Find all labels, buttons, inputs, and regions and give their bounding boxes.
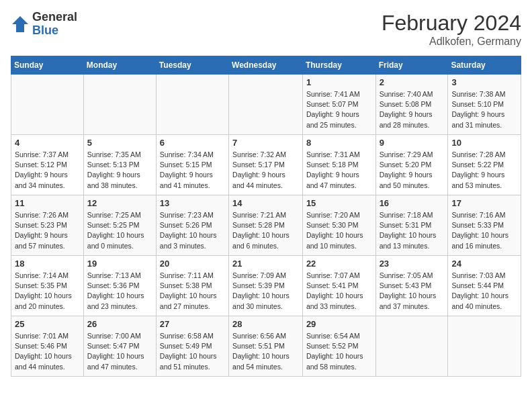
column-header-thursday: Thursday bbox=[302, 56, 375, 75]
day-info: Sunrise: 7:03 AM Sunset: 5:44 PM Dayligh… bbox=[451, 271, 517, 312]
calendar-cell: 24Sunrise: 7:03 AM Sunset: 5:44 PM Dayli… bbox=[448, 256, 521, 316]
calendar-cell: 7Sunrise: 7:32 AM Sunset: 5:17 PM Daylig… bbox=[229, 135, 303, 195]
day-number: 19 bbox=[87, 259, 152, 269]
day-info: Sunrise: 7:26 AM Sunset: 5:23 PM Dayligh… bbox=[15, 210, 80, 251]
calendar-cell bbox=[11, 75, 84, 135]
calendar-week-row: 11Sunrise: 7:26 AM Sunset: 5:23 PM Dayli… bbox=[11, 195, 521, 256]
day-number: 9 bbox=[380, 138, 445, 148]
calendar-week-row: 1Sunrise: 7:41 AM Sunset: 5:07 PM Daylig… bbox=[11, 75, 521, 135]
calendar-cell bbox=[83, 75, 156, 135]
day-number: 27 bbox=[160, 319, 225, 329]
calendar-cell: 15Sunrise: 7:20 AM Sunset: 5:30 PM Dayli… bbox=[302, 195, 375, 256]
day-info: Sunrise: 7:14 AM Sunset: 5:35 PM Dayligh… bbox=[15, 271, 80, 312]
day-info: Sunrise: 7:11 AM Sunset: 5:38 PM Dayligh… bbox=[160, 271, 225, 312]
calendar-week-row: 18Sunrise: 7:14 AM Sunset: 5:35 PM Dayli… bbox=[11, 256, 521, 316]
logo-text: General Blue bbox=[32, 11, 77, 38]
logo-blue-text: Blue bbox=[32, 24, 58, 37]
month-title: February 2024 bbox=[382, 11, 521, 36]
calendar-cell: 20Sunrise: 7:11 AM Sunset: 5:38 PM Dayli… bbox=[156, 256, 228, 316]
day-number: 24 bbox=[451, 259, 517, 269]
calendar-cell bbox=[156, 75, 228, 135]
day-info: Sunrise: 7:28 AM Sunset: 5:22 PM Dayligh… bbox=[451, 150, 517, 191]
day-number: 10 bbox=[451, 138, 517, 148]
calendar-cell: 5Sunrise: 7:35 AM Sunset: 5:13 PM Daylig… bbox=[83, 135, 156, 195]
day-number: 23 bbox=[380, 259, 445, 269]
calendar-cell: 12Sunrise: 7:25 AM Sunset: 5:25 PM Dayli… bbox=[83, 195, 156, 256]
calendar-cell: 3Sunrise: 7:38 AM Sunset: 5:10 PM Daylig… bbox=[448, 75, 521, 135]
location-subtitle: Adlkofen, Germany bbox=[382, 36, 521, 48]
calendar-cell: 10Sunrise: 7:28 AM Sunset: 5:22 PM Dayli… bbox=[448, 135, 521, 195]
calendar-cell: 9Sunrise: 7:29 AM Sunset: 5:20 PM Daylig… bbox=[375, 135, 448, 195]
calendar-cell: 22Sunrise: 7:07 AM Sunset: 5:41 PM Dayli… bbox=[302, 256, 375, 316]
day-number: 20 bbox=[160, 259, 225, 269]
day-number: 22 bbox=[306, 259, 372, 269]
calendar-week-row: 25Sunrise: 7:01 AM Sunset: 5:46 PM Dayli… bbox=[11, 316, 521, 377]
day-number: 8 bbox=[306, 138, 372, 148]
logo-icon bbox=[11, 15, 30, 34]
logo-general-text: General bbox=[32, 10, 77, 24]
day-number: 6 bbox=[160, 138, 225, 148]
day-info: Sunrise: 7:20 AM Sunset: 5:30 PM Dayligh… bbox=[306, 210, 372, 251]
day-info: Sunrise: 7:13 AM Sunset: 5:36 PM Dayligh… bbox=[87, 271, 152, 312]
day-info: Sunrise: 6:54 AM Sunset: 5:52 PM Dayligh… bbox=[306, 331, 372, 372]
day-number: 4 bbox=[15, 138, 80, 148]
calendar-table: SundayMondayTuesdayWednesdayThursdayFrid… bbox=[11, 56, 521, 377]
day-info: Sunrise: 7:40 AM Sunset: 5:08 PM Dayligh… bbox=[380, 89, 445, 130]
day-info: Sunrise: 7:31 AM Sunset: 5:18 PM Dayligh… bbox=[306, 150, 372, 191]
day-info: Sunrise: 7:41 AM Sunset: 5:07 PM Dayligh… bbox=[306, 89, 372, 130]
calendar-cell: 17Sunrise: 7:16 AM Sunset: 5:33 PM Dayli… bbox=[448, 195, 521, 256]
logo: General Blue bbox=[11, 11, 77, 38]
day-number: 12 bbox=[87, 198, 152, 208]
column-header-friday: Friday bbox=[375, 56, 448, 75]
day-info: Sunrise: 7:37 AM Sunset: 5:12 PM Dayligh… bbox=[15, 150, 80, 191]
day-info: Sunrise: 7:38 AM Sunset: 5:10 PM Dayligh… bbox=[451, 89, 517, 130]
day-number: 21 bbox=[232, 259, 299, 269]
calendar-cell: 23Sunrise: 7:05 AM Sunset: 5:43 PM Dayli… bbox=[375, 256, 448, 316]
calendar-cell: 29Sunrise: 6:54 AM Sunset: 5:52 PM Dayli… bbox=[302, 316, 375, 377]
calendar-cell: 11Sunrise: 7:26 AM Sunset: 5:23 PM Dayli… bbox=[11, 195, 84, 256]
calendar-cell bbox=[229, 75, 303, 135]
day-number: 16 bbox=[380, 198, 445, 208]
svg-marker-0 bbox=[12, 16, 28, 32]
day-info: Sunrise: 7:07 AM Sunset: 5:41 PM Dayligh… bbox=[306, 271, 372, 312]
day-info: Sunrise: 7:18 AM Sunset: 5:31 PM Dayligh… bbox=[380, 210, 445, 251]
calendar-cell: 21Sunrise: 7:09 AM Sunset: 5:39 PM Dayli… bbox=[229, 256, 303, 316]
column-header-tuesday: Tuesday bbox=[156, 56, 228, 75]
column-header-saturday: Saturday bbox=[448, 56, 521, 75]
calendar-cell: 26Sunrise: 7:00 AM Sunset: 5:47 PM Dayli… bbox=[83, 316, 156, 377]
day-number: 3 bbox=[451, 77, 517, 87]
day-number: 18 bbox=[15, 259, 80, 269]
calendar-cell: 6Sunrise: 7:34 AM Sunset: 5:15 PM Daylig… bbox=[156, 135, 228, 195]
day-info: Sunrise: 7:00 AM Sunset: 5:47 PM Dayligh… bbox=[87, 331, 152, 372]
day-info: Sunrise: 7:05 AM Sunset: 5:43 PM Dayligh… bbox=[380, 271, 445, 312]
day-info: Sunrise: 7:35 AM Sunset: 5:13 PM Dayligh… bbox=[87, 150, 152, 191]
column-header-sunday: Sunday bbox=[11, 56, 84, 75]
day-info: Sunrise: 7:29 AM Sunset: 5:20 PM Dayligh… bbox=[380, 150, 445, 191]
day-info: Sunrise: 7:32 AM Sunset: 5:17 PM Dayligh… bbox=[232, 150, 299, 191]
title-block: February 2024 Adlkofen, Germany bbox=[382, 11, 521, 48]
day-number: 11 bbox=[15, 198, 80, 208]
calendar-cell bbox=[448, 316, 521, 377]
calendar-cell: 27Sunrise: 6:58 AM Sunset: 5:49 PM Dayli… bbox=[156, 316, 228, 377]
calendar-header-row: SundayMondayTuesdayWednesdayThursdayFrid… bbox=[11, 56, 521, 75]
day-number: 13 bbox=[160, 198, 225, 208]
calendar-cell bbox=[375, 316, 448, 377]
day-info: Sunrise: 7:16 AM Sunset: 5:33 PM Dayligh… bbox=[451, 210, 517, 251]
calendar-cell: 14Sunrise: 7:21 AM Sunset: 5:28 PM Dayli… bbox=[229, 195, 303, 256]
day-info: Sunrise: 7:25 AM Sunset: 5:25 PM Dayligh… bbox=[87, 210, 152, 251]
day-info: Sunrise: 7:09 AM Sunset: 5:39 PM Dayligh… bbox=[232, 271, 299, 312]
day-info: Sunrise: 6:58 AM Sunset: 5:49 PM Dayligh… bbox=[160, 331, 225, 372]
day-number: 7 bbox=[232, 138, 299, 148]
calendar-cell: 25Sunrise: 7:01 AM Sunset: 5:46 PM Dayli… bbox=[11, 316, 84, 377]
day-info: Sunrise: 7:21 AM Sunset: 5:28 PM Dayligh… bbox=[232, 210, 299, 251]
day-info: Sunrise: 7:23 AM Sunset: 5:26 PM Dayligh… bbox=[160, 210, 225, 251]
calendar-cell: 8Sunrise: 7:31 AM Sunset: 5:18 PM Daylig… bbox=[302, 135, 375, 195]
day-info: Sunrise: 6:56 AM Sunset: 5:51 PM Dayligh… bbox=[232, 331, 299, 372]
page-header: General Blue February 2024 Adlkofen, Ger… bbox=[11, 11, 521, 48]
calendar-cell: 4Sunrise: 7:37 AM Sunset: 5:12 PM Daylig… bbox=[11, 135, 84, 195]
day-number: 25 bbox=[15, 319, 80, 329]
day-number: 17 bbox=[451, 198, 517, 208]
calendar-cell: 1Sunrise: 7:41 AM Sunset: 5:07 PM Daylig… bbox=[302, 75, 375, 135]
day-info: Sunrise: 7:01 AM Sunset: 5:46 PM Dayligh… bbox=[15, 331, 80, 372]
calendar-week-row: 4Sunrise: 7:37 AM Sunset: 5:12 PM Daylig… bbox=[11, 135, 521, 195]
